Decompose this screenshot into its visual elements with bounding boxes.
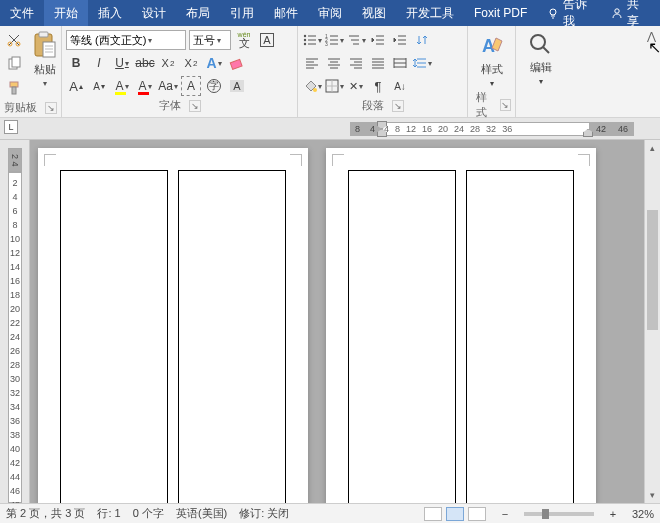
- show-marks-button[interactable]: ¶: [368, 76, 388, 96]
- ribbon-collapse-button[interactable]: ⋀: [647, 30, 656, 43]
- numbering-button[interactable]: 123▾: [324, 30, 344, 50]
- svg-point-13: [303, 39, 305, 41]
- sort-button[interactable]: [412, 30, 432, 50]
- clear-formatting-button[interactable]: [227, 53, 247, 73]
- ribbon: 粘贴 ▾ 剪贴板↘ 等线 (西文正文)▾ 五号▾ wén文 A B I U▾ a…: [0, 26, 660, 118]
- vertical-ruler[interactable]: 2 4 246810121416182022242628303234363840…: [0, 140, 30, 503]
- menu-review[interactable]: 审阅: [308, 0, 352, 26]
- char-shading-button[interactable]: A: [181, 76, 201, 96]
- horizontal-ruler[interactable]: 84 4812162024283236 4246: [350, 118, 634, 140]
- font-color-button[interactable]: A▾: [135, 76, 155, 96]
- menu-insert[interactable]: 插入: [88, 0, 132, 26]
- bucket-icon: [303, 79, 317, 93]
- view-web-layout[interactable]: [468, 507, 486, 521]
- font-dialog-launcher[interactable]: ↘: [189, 100, 201, 112]
- increase-indent-button[interactable]: [390, 30, 410, 50]
- zoom-out-button[interactable]: −: [498, 508, 512, 520]
- document-area: 2 4 246810121416182022242628303234363840…: [0, 140, 660, 503]
- edit-button[interactable]: 编辑▾: [520, 28, 562, 86]
- align-distributed-button[interactable]: [390, 53, 410, 73]
- format-painter-button[interactable]: [4, 78, 24, 98]
- status-track-changes[interactable]: 修订: 关闭: [239, 506, 289, 521]
- menu-references[interactable]: 引用: [220, 0, 264, 26]
- underline-button[interactable]: U▾: [112, 53, 132, 73]
- multilevel-list-button[interactable]: ▾: [346, 30, 366, 50]
- menu-mailings[interactable]: 邮件: [264, 0, 308, 26]
- menu-devtools[interactable]: 开发工具: [396, 0, 464, 26]
- view-print-layout[interactable]: [446, 507, 464, 521]
- paste-icon: [32, 30, 58, 60]
- align-right-button[interactable]: [346, 53, 366, 73]
- group-edit: 编辑▾: [516, 26, 566, 117]
- asian-layout-button[interactable]: ✕▾: [346, 76, 366, 96]
- styles-button[interactable]: A 样式▾: [472, 28, 511, 88]
- line-spacing-button[interactable]: ▾: [412, 53, 432, 73]
- svg-point-21: [531, 35, 545, 49]
- decrease-indent-button[interactable]: [368, 30, 388, 50]
- status-language[interactable]: 英语(美国): [176, 506, 227, 521]
- copy-button[interactable]: [4, 54, 24, 74]
- borders-button[interactable]: ▾: [324, 76, 344, 96]
- menu-view[interactable]: 视图: [352, 0, 396, 26]
- menu-layout[interactable]: 布局: [176, 0, 220, 26]
- edit-group-label: [520, 86, 562, 90]
- font-size-combo[interactable]: 五号▾: [189, 30, 231, 50]
- scroll-up-arrow[interactable]: ▴: [645, 140, 660, 156]
- vertical-scrollbar[interactable]: ▴ ▾: [644, 140, 660, 503]
- text-direction-button[interactable]: A↓: [390, 76, 410, 96]
- change-case-button[interactable]: Aa▾: [158, 76, 178, 96]
- text-column-shape[interactable]: [178, 170, 286, 503]
- highlight-button[interactable]: A▾: [112, 76, 132, 96]
- view-buttons: [424, 507, 486, 521]
- page[interactable]: [326, 148, 596, 503]
- menu-home[interactable]: 开始: [44, 0, 88, 26]
- bullets-button[interactable]: ▾: [302, 30, 322, 50]
- group-clipboard: 粘贴 ▾ 剪贴板↘: [0, 26, 62, 117]
- tab-selector[interactable]: L: [4, 120, 18, 134]
- scroll-down-arrow[interactable]: ▾: [645, 487, 660, 503]
- zoom-slider[interactable]: [524, 512, 594, 516]
- zoom-level[interactable]: 32%: [632, 508, 654, 520]
- view-read-mode[interactable]: [424, 507, 442, 521]
- text-effects-button[interactable]: A▾: [204, 53, 224, 73]
- svg-rect-9: [39, 32, 48, 37]
- clipboard-dialog-launcher[interactable]: ↘: [45, 102, 57, 114]
- phonetic-guide-button[interactable]: wén文: [234, 30, 254, 50]
- menu-foxit[interactable]: Foxit PDF: [464, 0, 537, 26]
- text-column-shape[interactable]: [60, 170, 168, 503]
- align-justify-button[interactable]: [368, 53, 388, 73]
- text-column-shape[interactable]: [348, 170, 456, 503]
- status-page[interactable]: 第 2 页，共 3 页: [6, 506, 85, 521]
- grow-font-button[interactable]: A▴: [66, 76, 86, 96]
- paragraph-dialog-launcher[interactable]: ↘: [392, 100, 404, 112]
- char-border-button[interactable]: A: [257, 30, 277, 50]
- menu-design[interactable]: 设计: [132, 0, 176, 26]
- scroll-thumb[interactable]: [647, 210, 658, 330]
- zoom-in-button[interactable]: +: [606, 508, 620, 520]
- menu-file[interactable]: 文件: [0, 0, 44, 26]
- bold-button[interactable]: B: [66, 53, 86, 73]
- styles-icon: A: [478, 32, 506, 60]
- align-center-button[interactable]: [324, 53, 344, 73]
- cut-button[interactable]: [4, 30, 24, 50]
- enclose-char-button[interactable]: 字: [204, 76, 224, 96]
- status-words[interactable]: 0 个字: [133, 506, 164, 521]
- svg-rect-5: [12, 57, 20, 67]
- shrink-font-button[interactable]: A▾: [89, 76, 109, 96]
- numbering-icon: 123: [325, 34, 339, 46]
- circled-char-button[interactable]: A: [227, 76, 247, 96]
- font-family-combo[interactable]: 等线 (西文正文)▾: [66, 30, 186, 50]
- subscript-button[interactable]: X2: [158, 53, 178, 73]
- page-canvas[interactable]: [30, 140, 660, 503]
- italic-button[interactable]: I: [89, 53, 109, 73]
- text-column-shape[interactable]: [466, 170, 574, 503]
- align-left-button[interactable]: [302, 53, 322, 73]
- styles-dialog-launcher[interactable]: ↘: [500, 99, 511, 111]
- paste-button[interactable]: 粘贴 ▾: [28, 28, 62, 90]
- superscript-button[interactable]: X2: [181, 53, 201, 73]
- brush-icon: [6, 80, 22, 96]
- page[interactable]: [38, 148, 308, 503]
- shading-button[interactable]: ▾: [302, 76, 322, 96]
- status-line[interactable]: 行: 1: [97, 506, 120, 521]
- strikethrough-button[interactable]: abc: [135, 53, 155, 73]
